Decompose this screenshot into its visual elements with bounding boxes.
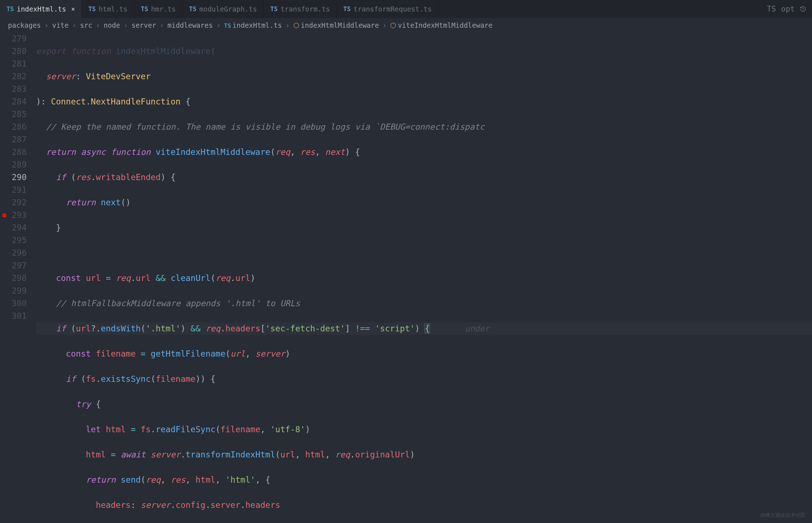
editor-tabs: TS indexHtml.ts × TS html.ts TS hmr.ts T… — [0, 0, 812, 18]
line-number: 295 — [0, 234, 27, 247]
typescript-icon: TS — [343, 5, 351, 13]
code-line: try { — [36, 398, 812, 411]
line-number: 288 — [0, 146, 27, 158]
line-number: 290 — [0, 171, 27, 184]
code-line — [36, 247, 812, 259]
typescript-icon: TS — [89, 5, 96, 13]
code-line-current: if (url?.endsWith('.html') && req.header… — [36, 322, 812, 335]
line-number: 281 — [0, 58, 27, 70]
breadcrumb-segment[interactable]: src — [80, 21, 92, 29]
line-number: 280 — [0, 45, 27, 58]
breadcrumb-segment[interactable]: vite — [52, 21, 69, 29]
tab-label: moduleGraph.ts — [199, 5, 257, 13]
tab-indexHtml[interactable]: TS indexHtml.ts × — [0, 0, 82, 18]
typescript-icon: TS — [6, 5, 14, 13]
code-line: if (res.writableEnded) { — [36, 171, 812, 184]
line-number: 294 — [0, 222, 27, 234]
code-line: ): Connect.NextHandleFunction { — [36, 95, 812, 108]
inline-hint: under — [465, 324, 490, 333]
code-line: let html = fs.readFileSync(filename, 'ut… — [36, 423, 812, 436]
watermark: @稀土掘金技术社区 — [760, 512, 806, 519]
typescript-icon: TS — [270, 5, 278, 13]
line-number: 284 — [0, 95, 27, 108]
breadcrumb-segment[interactable]: middlewares — [167, 21, 213, 29]
code-line: return async function viteIndexHtmlMiddl… — [36, 146, 812, 158]
line-number: 286 — [0, 121, 27, 133]
line-number: 282 — [0, 70, 27, 83]
code-line: const filename = getHtmlFilename(url, se… — [36, 348, 812, 360]
code-line: server: ViteDevServer — [36, 70, 812, 83]
breadcrumb-symbol[interactable]: ⬡viteIndexHtmlMiddleware — [390, 21, 492, 29]
close-icon[interactable]: × — [71, 5, 75, 13]
breadcrumb-symbol[interactable]: ⬡indexHtmlMiddleware — [293, 21, 379, 29]
line-number: 296 — [0, 247, 27, 259]
breadcrumb-segment[interactable]: node — [104, 21, 120, 29]
line-number: 298 — [0, 272, 27, 285]
code-line: return next() — [36, 196, 812, 209]
code-line: // htmlFallbackMiddleware appends '.html… — [36, 297, 812, 310]
code-line: return send(req, res, html, 'html', { — [36, 474, 812, 486]
tab-label: opt — [781, 5, 795, 13]
line-number: 285 — [0, 108, 27, 121]
code-line: } — [36, 222, 812, 234]
line-number: 279 — [0, 32, 27, 45]
tab-overflow: TS opt — [761, 0, 812, 18]
tab-label: html.ts — [99, 5, 127, 13]
code-line: if (fs.existsSync(filename)) { — [36, 373, 812, 385]
line-number: 297 — [0, 259, 27, 272]
symbol-function-icon: ⬡ — [390, 21, 396, 29]
symbol-function-icon: ⬡ — [293, 21, 299, 29]
breadcrumb-file[interactable]: TSindexHtml.ts — [224, 21, 282, 29]
typescript-icon: TS — [189, 5, 196, 13]
tab-label: transform.ts — [280, 5, 330, 13]
breadcrumb-segment[interactable]: server — [131, 21, 156, 29]
history-icon[interactable] — [800, 5, 806, 13]
typescript-icon: TS — [141, 5, 148, 13]
code-line: export function indexHtmlMiddleware( — [36, 45, 812, 58]
tab-label: transformRequest.ts — [353, 5, 432, 13]
code-line: html = await server.transformIndexHtml(u… — [36, 448, 812, 461]
tab-moduleGraph[interactable]: TS moduleGraph.ts — [182, 0, 264, 18]
line-number: 287 — [0, 133, 27, 146]
code-line: headers: server.config.server.headers — [36, 499, 812, 511]
line-number: 291 — [0, 184, 27, 196]
tab-html[interactable]: TS html.ts — [82, 0, 135, 18]
tab-label: indexHtml.ts — [17, 5, 66, 13]
breadcrumb: packages› vite› src› node› server› middl… — [0, 18, 812, 32]
code-editor[interactable]: 279 280 281 282 283 284 285 286 287 288 … — [0, 32, 812, 523]
line-number: 292 — [0, 196, 27, 209]
tab-hmr[interactable]: TS hmr.ts — [134, 0, 182, 18]
line-number-breakpoint[interactable]: 293 — [0, 209, 27, 222]
breadcrumb-segment[interactable]: packages — [8, 21, 41, 29]
line-number: 300 — [0, 297, 27, 310]
line-number: 301 — [0, 310, 27, 322]
tab-label: hmr.ts — [151, 5, 176, 13]
typescript-icon: TS — [767, 5, 776, 13]
tab-transformRequest[interactable]: TS transformRequest.ts — [337, 0, 439, 18]
code-line: // Keep the named function. The name is … — [36, 121, 812, 133]
line-number: 283 — [0, 83, 27, 95]
tab-transform[interactable]: TS transform.ts — [264, 0, 337, 18]
line-number: 289 — [0, 158, 27, 171]
code-line: const url = req.url && cleanUrl(req.url) — [36, 272, 812, 285]
line-number-gutter[interactable]: 279 280 281 282 283 284 285 286 287 288 … — [0, 32, 36, 523]
line-number: 299 — [0, 285, 27, 297]
code-area[interactable]: export function indexHtmlMiddleware( ser… — [36, 32, 812, 523]
